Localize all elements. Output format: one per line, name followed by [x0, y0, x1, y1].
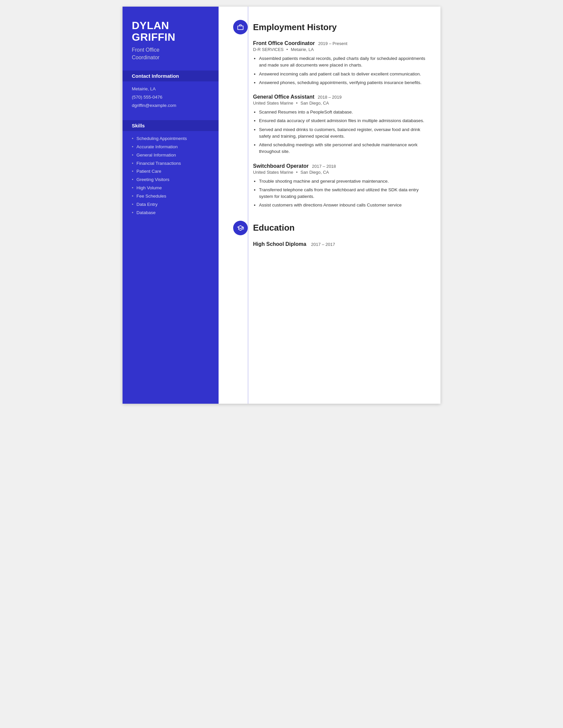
- skill-item: Fee Schedules: [132, 193, 209, 200]
- skill-item: Patient Care: [132, 168, 209, 175]
- skill-item: Financial Transactions: [132, 160, 209, 167]
- bullet: Served and mixed drinks to customers, ba…: [259, 126, 426, 140]
- job-title-row-2: General Office Assistant 2018 – 2019: [253, 94, 426, 100]
- bullet: Scanned Resumes into a PeopleSoft databa…: [259, 109, 426, 115]
- candidate-job-title: Front OfficeCoordinator: [132, 46, 209, 61]
- job-title-row-3: Switchboard Operator 2017 – 2018: [253, 163, 426, 169]
- job-entry-1: Front Office Coordinator 2019 – Present …: [233, 40, 426, 86]
- job-entry-3: Switchboard Operator 2017 – 2018 United …: [233, 163, 426, 209]
- skill-item: High Volume: [132, 185, 209, 191]
- skill-item: Database: [132, 210, 209, 216]
- employment-icon: [233, 20, 248, 34]
- job-dates-2: 2018 – 2019: [318, 95, 342, 100]
- contact-location: Metairie, LA: [132, 86, 209, 92]
- bullet: Answered incoming calls and patient call…: [259, 71, 426, 77]
- job-title-1: Front Office Coordinator: [253, 40, 315, 46]
- skill-item: Greeting Visitors: [132, 177, 209, 183]
- job-dates-1: 2019 – Present: [318, 41, 348, 46]
- education-section-title: Education: [253, 223, 295, 233]
- contact-email: dgriffin@example.com: [132, 103, 209, 109]
- resume-container: DYLAN GRIFFIN Front OfficeCoordinator Co…: [122, 7, 441, 404]
- skills-header: Skills: [122, 120, 218, 131]
- bullet: Ensured data accuracy of student admissi…: [259, 117, 426, 124]
- bullet: Attend scheduling meetings with site per…: [259, 142, 426, 155]
- job-company-2: United States Marine • San Diego, CA: [253, 101, 426, 106]
- job-bullets-2: Scanned Resumes into a PeopleSoft databa…: [253, 109, 426, 155]
- contact-section: Contact Information Metairie, LA (570) 5…: [132, 70, 209, 111]
- edu-dates: 2017 – 2017: [311, 242, 335, 247]
- bullet: Transferred telephone calls from the swi…: [259, 187, 426, 200]
- employment-section-title: Employment History: [253, 22, 337, 32]
- job-bullets-3: Trouble shooting machine and general pre…: [253, 178, 426, 209]
- skill-item: Data Entry: [132, 202, 209, 208]
- job-title-row-1: Front Office Coordinator 2019 – Present: [253, 40, 426, 46]
- bullet: Assist customers with directions Answer …: [259, 202, 426, 208]
- education-section: Education High School Diploma 2017 – 201…: [233, 221, 426, 247]
- bullet: Assembled patients medical records, pull…: [259, 55, 426, 69]
- main-content: Employment History Front Office Coordina…: [218, 7, 441, 404]
- skill-item: Accurate Information: [132, 144, 209, 150]
- contact-header: Contact Information: [122, 70, 218, 81]
- candidate-name: DYLAN GRIFFIN: [132, 20, 209, 43]
- bullet: Answered phones, scheduling appointments…: [259, 79, 426, 86]
- job-entry-2: General Office Assistant 2018 – 2019 Uni…: [233, 94, 426, 155]
- bullet: Trouble shooting machine and general pre…: [259, 178, 426, 185]
- employment-header-row: Employment History: [233, 20, 426, 34]
- name-title-block: DYLAN GRIFFIN Front OfficeCoordinator: [132, 20, 209, 61]
- job-company-3: United States Marine • San Diego, CA: [253, 170, 426, 175]
- edu-degree: High School Diploma: [253, 241, 306, 247]
- contact-phone: (570) 555-0476: [132, 94, 209, 101]
- job-title-2: General Office Assistant: [253, 94, 314, 100]
- job-bullets-1: Assembled patients medical records, pull…: [253, 55, 426, 86]
- sidebar: DYLAN GRIFFIN Front OfficeCoordinator Co…: [122, 7, 218, 404]
- job-title-3: Switchboard Operator: [253, 163, 309, 169]
- skill-item: Scheduling Appointments: [132, 136, 209, 142]
- employment-section: Employment History Front Office Coordina…: [233, 20, 426, 209]
- skill-item: General Information: [132, 152, 209, 159]
- education-icon: [233, 221, 248, 235]
- edu-entry-1: High School Diploma 2017 – 2017: [233, 241, 426, 247]
- education-header-row: Education: [233, 221, 426, 235]
- job-dates-3: 2017 – 2018: [312, 164, 336, 169]
- skills-section: Skills Scheduling Appointments Accurate …: [132, 120, 209, 218]
- skills-list: Scheduling Appointments Accurate Informa…: [132, 136, 209, 216]
- job-company-1: D-R SERVICES • Metairie, LA: [253, 47, 426, 52]
